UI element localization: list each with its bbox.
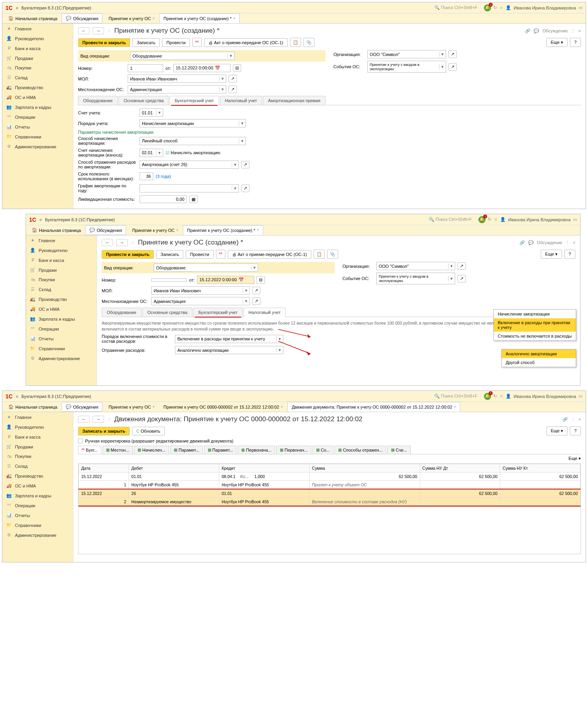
dropdown-option[interactable]: Другой способ [502, 358, 576, 367]
doc-tab[interactable]: Бухгалтерский учет [169, 96, 219, 105]
save-close-button[interactable]: Записать и закрыть [78, 427, 130, 435]
register-tab[interactable]: ▦Сче... [387, 446, 411, 454]
sidebar-item[interactable]: ★Главное [2, 24, 73, 34]
post-button[interactable]: Провести [186, 250, 214, 259]
refresh-button[interactable]: С Обновить [132, 427, 165, 435]
close-icon[interactable]: × [257, 228, 259, 232]
org-select[interactable]: ООО "Символ"▾ [376, 262, 455, 270]
register-tab[interactable]: ▦Первонача... [238, 446, 275, 454]
window-menu-icon[interactable]: ▭ [579, 394, 582, 399]
event-select[interactable]: Принятие к учету с вводом в эксплуатацию… [367, 61, 446, 73]
doc-tab[interactable]: Бухгалтерский учет [193, 308, 242, 317]
history-icon[interactable]: ↻ [493, 394, 497, 399]
menu-icon[interactable]: ≡ [39, 217, 42, 222]
link-icon[interactable]: 🔗 [562, 417, 568, 422]
back-button[interactable]: ← [78, 27, 89, 34]
sidebar-item[interactable]: 👥Зарплата и кадры [2, 102, 73, 112]
help-button[interactable]: ? [570, 426, 581, 435]
sidebar-item[interactable]: ★Главное [26, 235, 97, 245]
attach-button[interactable]: 📎 [303, 38, 314, 47]
table-row[interactable]: 15.12.202201.0108.04.1 Ко... 1,00062 500… [79, 473, 581, 481]
dropdown-option[interactable]: Аналогично амортизации [502, 349, 576, 358]
sidebar-item[interactable]: ☰Склад [2, 461, 73, 471]
more-menu-icon[interactable]: ⋮ [571, 417, 575, 422]
acct-select[interactable]: 01.01▾ [140, 108, 163, 117]
history-icon[interactable]: ↻ [493, 5, 497, 10]
sidebar-item[interactable]: 🛒Продажи [2, 53, 73, 63]
register-tab[interactable]: ▦Парамет... [170, 446, 203, 454]
num-input[interactable]: 1 [128, 64, 163, 72]
expway-select[interactable]: Амортизация (счет 26)▾ [140, 161, 239, 169]
discuss-icon[interactable]: 💬 [534, 28, 539, 34]
open-button[interactable]: ↗ [241, 161, 249, 168]
doc-tab[interactable]: Оборудование [102, 308, 141, 317]
report-button[interactable]: 📋 [314, 250, 325, 259]
date-input[interactable]: 15.12.2022 0:00:00📅 [197, 276, 254, 284]
attach-button[interactable]: 📎 [327, 250, 338, 259]
column-header[interactable]: Сумма [309, 464, 420, 473]
nu-order-select[interactable]: Включение в расходы при принятии к учету… [175, 335, 283, 343]
doc-tab[interactable]: Основные средства [119, 96, 169, 105]
sidebar-item[interactable]: ᴬᴷОперации [26, 324, 97, 334]
user-icon[interactable]: 👤 [506, 394, 511, 399]
dropdown-option[interactable]: Включение в расходы при принятии к учету [494, 318, 576, 332]
sidebar-item[interactable]: 🛒Продажи [2, 442, 73, 452]
mol-select[interactable]: Иванов Иван Иванович▾ [151, 286, 250, 295]
register-tab[interactable]: ▦Парамет... [204, 446, 237, 454]
forward-button[interactable]: → [116, 239, 128, 246]
event-select[interactable]: Принятие к учету с вводом в эксплуатацию… [376, 273, 455, 284]
sidebar-item[interactable]: ☰Склад [26, 284, 97, 294]
register-tab[interactable]: ▦Местон... [102, 446, 133, 454]
tab-home[interactable]: 🏠Начальная страница [28, 225, 85, 235]
print-button[interactable]: 🖨 Акт о приеме-передаче ОС (ОС-1) [228, 250, 311, 259]
search-input[interactable]: Поиск Ctrl+Shift+F [431, 392, 481, 400]
sidebar-item[interactable]: ₽Банк и касса [2, 432, 73, 442]
tab-home[interactable]: 🏠Начальная страница [4, 13, 61, 23]
sidebar-item[interactable]: 🚚ОС и НМА [26, 304, 97, 314]
open-button[interactable]: ↗ [229, 86, 237, 93]
sidebar-item[interactable]: ⚙Администрирование [26, 353, 97, 363]
order-select[interactable]: Начисление амортизации▾ [140, 119, 246, 127]
table-row[interactable]: 1Ноутбук HP ProBook 455Ноутбук HP ProBoo… [79, 481, 581, 489]
window-menu-icon[interactable]: ▭ [579, 5, 582, 10]
window-menu-icon[interactable]: ▭ [573, 217, 577, 222]
close-icon[interactable]: × [176, 228, 179, 232]
doc-tab[interactable]: Амортизационная премия [263, 96, 326, 105]
sidebar-item[interactable]: 🚛Производство [26, 294, 97, 304]
favorite-icon[interactable]: ☆ [107, 417, 111, 422]
column-header[interactable]: Сумма НУ Дт [420, 464, 500, 473]
report-button[interactable]: 📋 [290, 38, 301, 47]
column-header[interactable]: Дебет [129, 464, 219, 473]
accrue-checkbox[interactable]: Начислять амортизацию [166, 150, 220, 155]
sidebar-item[interactable]: 🚚ОС и НМА [2, 92, 73, 102]
doc-tab[interactable]: Налоговый учет [220, 96, 262, 105]
sched-select[interactable]: ▾ [140, 184, 239, 192]
bell-icon[interactable]: 🔔 [484, 393, 491, 400]
user-icon[interactable]: 👤 [506, 5, 511, 10]
sidebar-item[interactable]: ᴬᴷОперации [2, 501, 73, 510]
dtkt-button[interactable]: ᴬᴷ [192, 38, 202, 47]
back-button[interactable]: ← [102, 239, 113, 246]
mol-select[interactable]: Иванов Иван Иванович▾ [128, 75, 226, 83]
sidebar-item[interactable]: ★Главное [2, 412, 73, 422]
user-icon[interactable]: 👤 [500, 217, 506, 222]
close-icon[interactable]: × [573, 240, 575, 245]
close-icon[interactable]: × [454, 405, 456, 409]
help-button[interactable]: ? [570, 38, 581, 47]
sidebar-item[interactable]: 🛒Продажи [26, 265, 97, 275]
extra-button[interactable]: ⊟ [233, 64, 241, 72]
menu-icon[interactable]: ≡ [16, 6, 18, 10]
num-input[interactable] [151, 278, 187, 282]
write-button[interactable]: Записать [156, 250, 183, 259]
star-icon[interactable]: ☆ [494, 217, 498, 222]
sidebar-item[interactable]: 🛍Покупки [2, 63, 73, 73]
nu-exp-select[interactable]: Аналогично амортизации▾ [175, 346, 283, 354]
tab-doc1[interactable]: Принятие к учету ОС× [128, 225, 182, 235]
discuss-icon[interactable]: 💬 [528, 240, 534, 245]
sidebar-item[interactable]: 📁Справочники [2, 132, 73, 142]
register-tab[interactable]: ▦Первонач... [276, 446, 311, 454]
manual-edit-checkbox[interactable] [78, 439, 83, 443]
tab-discussions[interactable]: 💬Обсуждения [61, 13, 102, 23]
tab-doc2[interactable]: Принятие к учету ОС (создание) *× [183, 225, 263, 235]
more-button[interactable]: Еще ▾ [546, 426, 567, 435]
